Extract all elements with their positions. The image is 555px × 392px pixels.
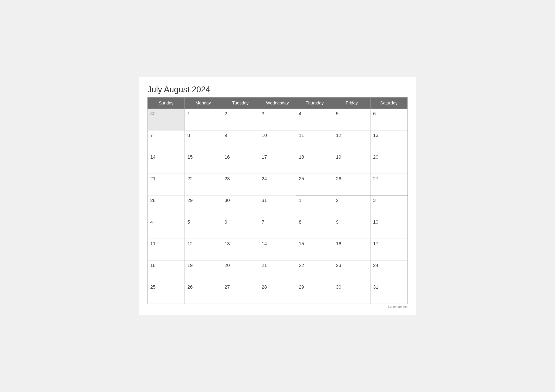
calendar-day-cell: 16: [333, 239, 370, 260]
calendar-day-cell: 4: [148, 217, 185, 239]
calendar-day-cell: 30: [148, 109, 185, 130]
calendar-day-cell: 6: [370, 109, 407, 130]
calendar-day-cell: 12: [185, 239, 222, 260]
calendar-day-cell: 19: [333, 152, 370, 174]
calendar-day-cell: 8: [185, 130, 222, 152]
header-cell-saturday: Saturday: [370, 97, 407, 109]
calendar-week-row: 28293031123: [148, 195, 408, 217]
calendar-day-cell: 10: [259, 130, 296, 152]
calendar-day-cell: 19: [185, 260, 222, 282]
calendar-day-cell: 27: [222, 282, 259, 304]
calendar-day-cell: 9: [333, 217, 370, 239]
calendar-day-cell: 25: [296, 174, 333, 195]
calendar-day-cell: 10: [370, 217, 407, 239]
watermark: iCalendars.net: [147, 305, 408, 309]
calendar-day-cell: 18: [296, 152, 333, 174]
calendar-day-cell: 29: [296, 282, 333, 304]
calendar-week-row: 14151617181920: [148, 152, 408, 174]
calendar-header: SundayMondayTuesdayWednesdayThursdayFrid…: [148, 97, 408, 109]
calendar-day-cell: 21: [148, 174, 185, 195]
calendar-day-cell: 22: [185, 174, 222, 195]
header-cell-friday: Friday: [333, 97, 370, 109]
calendar-day-cell: 23: [333, 260, 370, 282]
calendar-day-cell: 31: [370, 282, 407, 304]
calendar-day-cell: 1: [185, 109, 222, 130]
calendar-day-cell: 2: [222, 109, 259, 130]
header-cell-sunday: Sunday: [148, 97, 185, 109]
calendar-day-cell: 30: [222, 195, 259, 217]
calendar-container: July August 2024 SundayMondayTuesdayWedn…: [139, 77, 416, 315]
calendar-week-row: 21222324252627: [148, 174, 408, 195]
calendar-day-cell: 22: [296, 260, 333, 282]
calendar-day-cell: 14: [259, 239, 296, 260]
calendar-day-cell: 11: [296, 130, 333, 152]
calendar-day-cell: 17: [259, 152, 296, 174]
calendar-day-cell: 27: [370, 174, 407, 195]
calendar-body: 3012345678910111213141516171819202122232…: [148, 109, 408, 304]
calendar-title: July August 2024: [147, 85, 408, 94]
calendar-day-cell: 25: [148, 282, 185, 304]
calendar-week-row: 30123456: [148, 109, 408, 130]
header-row: SundayMondayTuesdayWednesdayThursdayFrid…: [148, 97, 408, 109]
calendar-day-cell: 26: [185, 282, 222, 304]
calendar-day-cell: 3: [259, 109, 296, 130]
calendar-day-cell: 31: [259, 195, 296, 217]
header-cell-monday: Monday: [185, 97, 222, 109]
calendar-day-cell: 7: [259, 217, 296, 239]
calendar-day-cell: 20: [222, 260, 259, 282]
calendar-day-cell: 3: [370, 195, 407, 217]
calendar-week-row: 78910111213: [148, 130, 408, 152]
calendar-day-cell: 1: [296, 195, 333, 217]
calendar-day-cell: 14: [148, 152, 185, 174]
calendar-day-cell: 24: [370, 260, 407, 282]
calendar-day-cell: 23: [222, 174, 259, 195]
calendar-day-cell: 28: [259, 282, 296, 304]
calendar-day-cell: 16: [222, 152, 259, 174]
calendar-day-cell: 9: [222, 130, 259, 152]
calendar-day-cell: 20: [370, 152, 407, 174]
calendar-day-cell: 11: [148, 239, 185, 260]
calendar-week-row: 45678910: [148, 217, 408, 239]
calendar-day-cell: 26: [333, 174, 370, 195]
calendar-day-cell: 28: [148, 195, 185, 217]
calendar-week-row: 18192021222324: [148, 260, 408, 282]
calendar-week-row: 11121314151617: [148, 239, 408, 260]
calendar-day-cell: 8: [296, 217, 333, 239]
header-cell-wednesday: Wednesday: [259, 97, 296, 109]
calendar-day-cell: 21: [259, 260, 296, 282]
header-cell-tuesday: Tuesday: [222, 97, 259, 109]
calendar-day-cell: 18: [148, 260, 185, 282]
calendar-day-cell: 4: [296, 109, 333, 130]
calendar-day-cell: 12: [333, 130, 370, 152]
calendar-week-row: 25262728293031: [148, 282, 408, 304]
calendar-day-cell: 6: [222, 217, 259, 239]
calendar-day-cell: 13: [370, 130, 407, 152]
calendar-table: SundayMondayTuesdayWednesdayThursdayFrid…: [147, 97, 408, 304]
calendar-day-cell: 17: [370, 239, 407, 260]
calendar-day-cell: 5: [333, 109, 370, 130]
calendar-day-cell: 15: [185, 152, 222, 174]
header-cell-thursday: Thursday: [296, 97, 333, 109]
calendar-day-cell: 15: [296, 239, 333, 260]
calendar-day-cell: 29: [185, 195, 222, 217]
calendar-day-cell: 2: [333, 195, 370, 217]
calendar-day-cell: 13: [222, 239, 259, 260]
calendar-day-cell: 7: [148, 130, 185, 152]
calendar-day-cell: 5: [185, 217, 222, 239]
calendar-day-cell: 24: [259, 174, 296, 195]
calendar-day-cell: 30: [333, 282, 370, 304]
